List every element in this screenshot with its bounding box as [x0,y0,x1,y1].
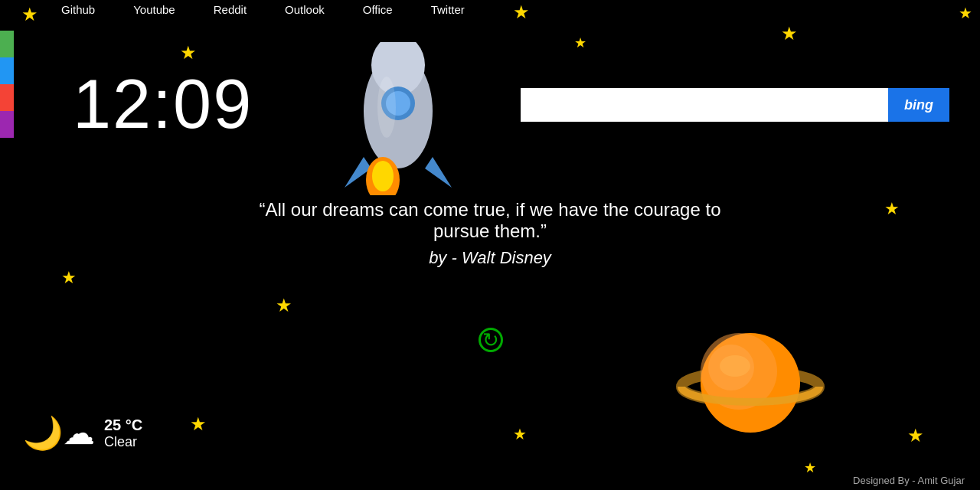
weather-icon: 🌙☁ [23,414,95,452]
footer-credit: Designed By - Amit Gujar [853,475,965,486]
weather-widget: 🌙☁ 25 °C Clear [23,414,142,452]
nav-office[interactable]: Office [363,3,393,16]
star-10: ★ [907,425,924,446]
star-9: ★ [513,425,527,443]
weather-temperature: 25 °C [104,416,142,434]
navigation: Github Youtube Reddit Outlook Office Twi… [61,0,465,19]
star-7: ★ [276,295,292,316]
search-container: bing [521,88,949,122]
nav-twitter[interactable]: Twitter [431,3,465,16]
star-6: ★ [61,268,77,288]
star-12: ★ [804,459,816,476]
sidebar-tab-blue[interactable] [0,57,14,84]
search-input[interactable] [521,88,888,122]
star-8: ★ [190,413,207,435]
search-button[interactable]: bing [888,88,949,122]
nav-youtube[interactable]: Youtube [133,3,175,16]
star-3: ★ [781,23,798,44]
planet-image [674,314,827,444]
star-5: ★ [180,42,197,64]
quote-author: by - Walt Disney [245,248,735,268]
clock-display: 12:09 [73,65,253,144]
sidebar-tab-green[interactable] [0,31,14,57]
sidebar-tabs [0,31,14,138]
star-2: ★ [513,2,530,23]
sidebar-tab-purple[interactable] [0,111,14,138]
nav-outlook[interactable]: Outlook [285,3,325,16]
star-13: ★ [574,34,586,51]
weather-info: 25 °C Clear [104,416,142,450]
weather-description: Clear [104,434,142,450]
star-4: ★ [959,4,972,22]
star-1: ★ [21,4,38,25]
star-11: ★ [884,199,900,219]
quote-container: “All our dreams can come true, if we hav… [245,199,735,268]
sidebar-tab-red[interactable] [0,84,14,111]
quote-text: “All our dreams can come true, if we hav… [245,199,735,242]
svg-point-13 [720,355,750,377]
refresh-icon[interactable]: ↻ [479,328,503,352]
svg-point-7 [372,161,394,191]
nav-reddit[interactable]: Reddit [214,3,247,16]
svg-point-8 [377,77,396,138]
rocket-image [299,42,467,195]
svg-marker-5 [425,157,452,188]
nav-github[interactable]: Github [61,3,95,16]
